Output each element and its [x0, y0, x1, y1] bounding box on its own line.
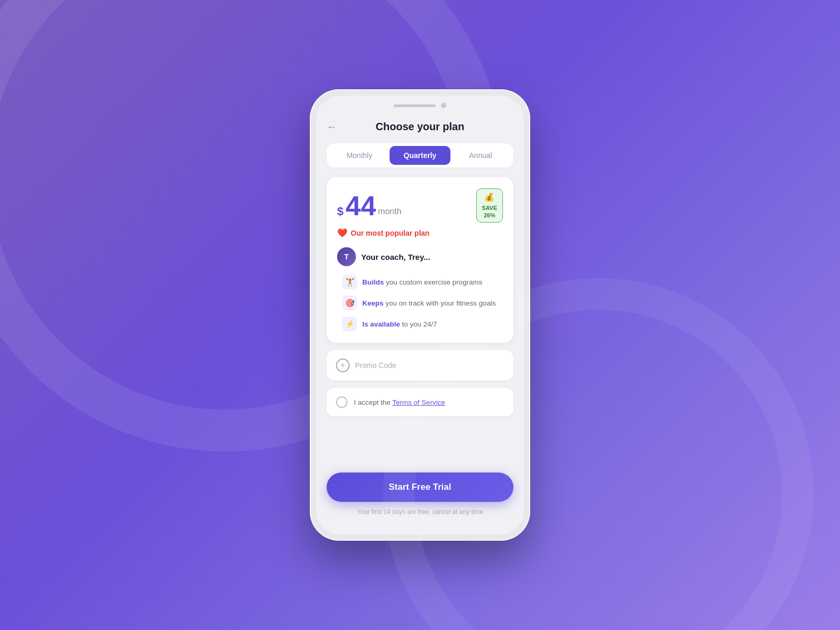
feature-builds: 🏋️ Builds you custom exercise programs: [342, 275, 503, 289]
available-bold: Is available: [362, 320, 400, 328]
terms-link[interactable]: Terms of Service: [392, 398, 445, 406]
promo-code-section[interactable]: + Promo Code: [327, 350, 513, 381]
save-percent: 26%: [484, 212, 495, 219]
keeps-icon: 🎯: [342, 296, 357, 310]
available-text: Is available to you 24/7: [362, 320, 437, 328]
feature-available: ⚡ Is available to you 24/7: [342, 317, 503, 331]
trial-note: Your first 14 days are free, cancel at a…: [327, 508, 513, 519]
money-bag-icon: 💰: [484, 192, 495, 203]
terms-text: I accept the Terms of Service: [354, 398, 445, 406]
page-title-bold: Choose: [376, 121, 414, 132]
back-button[interactable]: ←: [327, 121, 337, 133]
promo-label: Promo Code: [355, 361, 396, 370]
builds-detail: you custom exercise programs: [384, 278, 482, 286]
page-title-rest: your plan: [414, 121, 465, 132]
page-header: ← Choose your plan: [327, 112, 513, 143]
billing-option-annual[interactable]: Annual: [450, 146, 511, 165]
popular-label: Our most popular plan: [351, 229, 429, 237]
popular-tag: ❤️ Our most popular plan: [337, 228, 503, 238]
price-amount: 44: [345, 192, 376, 219]
bottom-cta-area: Start Free Trial Your first 14 days are …: [327, 472, 513, 524]
notch-area: [316, 96, 524, 112]
notch-bar: [394, 104, 436, 107]
plan-card: $ 44 month 💰 SAVE 26% ❤️ Our mos: [327, 177, 513, 343]
camera-icon: [441, 103, 446, 108]
feature-list: 🏋️ Builds you custom exercise programs 🎯…: [337, 275, 503, 331]
builds-text: Builds you custom exercise programs: [362, 278, 482, 286]
save-label: SAVE: [482, 204, 497, 212]
builds-bold: Builds: [362, 278, 384, 286]
terms-checkbox[interactable]: [336, 396, 348, 408]
coach-avatar: T: [337, 247, 356, 266]
flex-spacer: [327, 424, 513, 472]
billing-option-quarterly[interactable]: Quarterly: [390, 146, 450, 165]
screen-content: ← Choose your plan Monthly Quarterly Ann…: [316, 112, 524, 534]
phone-screen: ← Choose your plan Monthly Quarterly Ann…: [316, 96, 524, 534]
save-badge: 💰 SAVE 26%: [476, 188, 503, 223]
feature-keeps: 🎯 Keeps you on track with your fitness g…: [342, 296, 503, 310]
coach-label: Your coach,: [361, 253, 406, 261]
terms-accept: I accept the: [354, 398, 392, 406]
promo-plus-icon: +: [336, 359, 350, 372]
terms-section: I accept the Terms of Service: [327, 388, 513, 416]
price-dollar-sign: $: [337, 205, 343, 218]
price-period: month: [378, 207, 401, 216]
available-icon: ⚡: [342, 317, 357, 331]
price-block: $ 44 month: [337, 192, 402, 219]
page-title: Choose your plan: [327, 121, 513, 133]
coach-name-value: Trey...: [408, 253, 430, 261]
keeps-text: Keeps you on track with your fitness goa…: [362, 299, 496, 307]
builds-icon: 🏋️: [342, 275, 357, 289]
phone-frame: ← Choose your plan Monthly Quarterly Ann…: [310, 89, 530, 541]
available-detail: to you 24/7: [400, 320, 437, 328]
billing-option-monthly[interactable]: Monthly: [329, 146, 390, 165]
keeps-bold: Keeps: [362, 299, 384, 307]
keeps-detail: you on track with your fitness goals: [384, 299, 496, 307]
start-trial-button[interactable]: Start Free Trial: [327, 472, 513, 502]
billing-toggle: Monthly Quarterly Annual: [327, 143, 513, 167]
price-row: $ 44 month 💰 SAVE 26%: [337, 188, 503, 223]
phone-mockup: ← Choose your plan Monthly Quarterly Ann…: [310, 89, 530, 541]
coach-name: Your coach, Trey...: [361, 253, 430, 261]
heart-icon: ❤️: [337, 228, 348, 238]
coach-row: T Your coach, Trey...: [337, 247, 503, 266]
